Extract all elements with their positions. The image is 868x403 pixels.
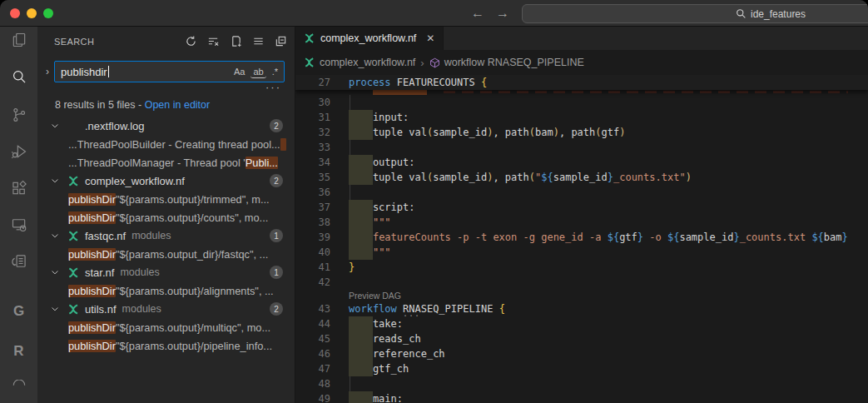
task-explorer-icon[interactable] [0,246,37,276]
match-result-row[interactable]: publishDir "${params.output_dir}/fastqc"… [37,245,295,263]
code-area[interactable]: 27process FEATURECOUNTS {3031 input:32 t… [295,75,868,403]
clear-results-icon[interactable] [206,34,221,49]
chevron-down-icon[interactable] [48,267,62,277]
match-highlight: publishDir [68,193,116,206]
code-line: 48 [295,376,868,391]
match-highlight: publishDir [68,285,116,297]
line-number: 31 [295,110,330,125]
line-number: 42 [295,275,330,290]
ide-window: ← → ide_features GR SEARCH › publishdir [0,0,868,403]
command-center[interactable]: ide_features [522,4,868,23]
nextflow-icon [67,175,80,187]
match-case-button[interactable]: Aa [231,66,247,77]
file-name: .nextflow.log [85,120,145,132]
code-line: 42 [295,275,868,290]
code-line: 33 [295,140,868,155]
file-result-row[interactable]: complex_workflow.nf2 [37,172,295,190]
remote-explorer-icon[interactable] [0,210,37,240]
match-result-row[interactable]: publishDir "${params.output}/multiqc", m… [37,318,295,336]
file-result-row[interactable]: fastqc.nfmodules1 [37,226,295,245]
match-result-row[interactable]: publishDir "${params.output}/alignments"… [37,281,295,300]
close-window-button[interactable] [10,8,20,18]
refresh-icon[interactable] [183,34,198,49]
titlebar: ← → ide_features [0,0,868,27]
search-input[interactable]: publishdir Aaab.* [54,61,285,82]
activity-bar: GR [0,27,37,403]
file-result-row[interactable]: star.nfmodules1 [37,263,295,281]
line-number: 30 [295,95,330,110]
r-language-icon[interactable]: R [0,336,37,366]
gitlens-icon[interactable]: G [0,296,37,326]
forward-arrow-button[interactable]: → [496,6,509,21]
breadcrumb-separator: › [420,57,424,69]
match-count-badge: 2 [270,174,283,187]
search-icon[interactable] [0,62,37,92]
chevron-down-icon[interactable] [48,231,62,241]
regex-button[interactable]: .* [270,66,280,77]
tab-complex-workflow[interactable]: complex_workflow.nf ✕ [295,27,444,50]
toggle-replace-chevron[interactable]: › [41,66,54,77]
code-line: 36 [295,185,868,200]
match-count-badge: 2 [270,119,283,132]
search-sidebar: SEARCH › publishdir Aaab.* ··· 8 results… [37,27,295,403]
text-caret [108,66,109,77]
run-debug-icon[interactable] [0,137,37,167]
whole-word-button[interactable]: ab [250,66,265,78]
code-line: 45 reads_ch [295,331,868,346]
line-number: 36 [295,185,330,200]
partial-extension-icon[interactable] [0,373,37,403]
code-line: 46 reference_ch [295,346,868,361]
line-number: 48 [295,376,330,391]
file-result-row[interactable]: .nextflow.log2 [37,117,295,135]
minimize-window-button[interactable] [27,8,37,18]
editor-group: complex_workflow.nf ✕ complex_workflow.n… [295,27,868,403]
line-number: 47 [295,361,330,376]
line-number: 44 [295,316,330,331]
match-highlight: publishDir [68,340,116,352]
tab-label: complex_workflow.nf [320,32,416,44]
nextflow-icon [304,32,315,44]
more-actions-button[interactable]: ··· [265,83,281,94]
breadcrumb-symbol[interactable]: workflow RNASEQ_PIPELINE [429,57,584,68]
breadcrumb-file[interactable]: complex_workflow.nf [304,57,415,68]
chevron-down-icon[interactable] [48,121,62,131]
match-count-badge: 2 [270,302,283,316]
nextflow-icon [67,266,80,279]
code-line: 34 output: [295,155,868,170]
collapse-all-icon[interactable] [273,34,288,49]
open-in-editor-link[interactable]: Open in editor [145,99,211,111]
file-name: star.nf [85,266,114,279]
match-result-row[interactable]: publishDir "${params.output}/trimmed", m… [37,190,295,208]
zoom-window-button[interactable] [43,8,53,18]
line-number: 38 [295,215,330,230]
chevron-down-icon[interactable] [48,176,62,186]
extensions-icon[interactable] [0,173,37,203]
match-result-row[interactable]: publishDir "${params.output}/counts", mo… [37,208,295,226]
line-number: 32 [295,125,330,140]
results-summary: 8 results in 5 files - Open in editor [37,94,295,114]
file-result-row[interactable]: utils.nfmodules2 [37,300,295,318]
back-arrow-button[interactable]: ← [471,6,484,21]
traffic-lights [10,8,53,18]
match-count-badge: 1 [270,266,283,279]
log-file-icon [67,120,80,132]
match-highlight: publishDir [68,211,116,224]
line-number: 27 [295,75,330,90]
tab-close-icon[interactable]: ✕ [426,32,434,44]
line-number: 41 [295,260,330,275]
codelens-preview-dag[interactable]: Preview DAG [295,290,868,301]
match-result-row[interactable]: publishDir "${params.output}/pipeline_in… [37,336,295,355]
new-search-editor-icon[interactable] [228,34,243,49]
match-result-row[interactable]: ...ThreadPoolManager - Thread pool 'Publ… [37,153,295,172]
match-highlight: Publi... [246,157,278,169]
match-result-row[interactable]: ...ThreadPoolBuilder - Creating thread p… [37,135,295,153]
code-line: 32 tuple val(sample_id), path(bam), path… [295,125,868,140]
chevron-down-icon[interactable] [48,304,62,314]
match-highlight: publishDir [68,248,116,261]
explorer-icon[interactable] [0,25,37,55]
code-line: 44 take: [295,316,868,331]
code-line: 37 script: [295,200,868,215]
source-control-icon[interactable] [0,100,37,130]
view-as-list-icon[interactable] [250,34,265,49]
file-path-hint: modules [120,266,159,278]
